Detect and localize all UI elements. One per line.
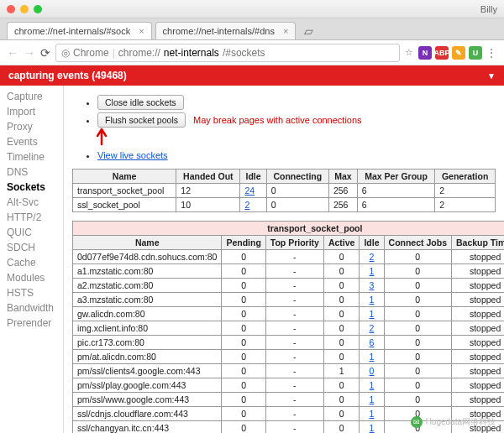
cell: 0	[323, 407, 360, 421]
cell: 0	[384, 364, 451, 378]
cell: stopped	[451, 264, 504, 279]
idle-link[interactable]: 0	[370, 366, 375, 376]
cell: 10	[176, 198, 240, 212]
cell: 0	[323, 279, 360, 293]
idle-link[interactable]: 1	[370, 266, 375, 276]
close-tab-icon[interactable]: ×	[139, 26, 144, 36]
host-name: pm/ssl/www.google.com:443	[73, 393, 222, 407]
idle-link[interactable]: 1	[370, 309, 375, 319]
cell: 3	[360, 279, 384, 293]
action-item: View live sockets	[97, 150, 496, 160]
omnibox-separator: |	[113, 47, 115, 59]
tab-net-internals-sockets[interactable]: chrome://net-internals/#sock ×	[7, 22, 152, 39]
tab-net-internals-dns[interactable]: chrome://net-internals/#dns ×	[155, 22, 297, 39]
extension-icon[interactable]: N	[418, 46, 432, 60]
extension-icon[interactable]: ABP	[435, 46, 449, 60]
cell: -	[265, 321, 323, 336]
bookmark-star-icon[interactable]: ☆	[405, 47, 413, 58]
profile-name[interactable]: Billy	[480, 4, 497, 14]
column-header: Max	[328, 170, 357, 184]
idle-link[interactable]: 1	[370, 409, 375, 419]
column-header: Connect Jobs	[384, 236, 451, 250]
extension-icon[interactable]: U	[469, 46, 482, 60]
cell: 0	[384, 279, 451, 293]
sidebar-item-bandwidth[interactable]: Bandwidth	[0, 300, 63, 316]
table-row: pm/ssl/play.google.com:4430-010stoppedfa…	[73, 378, 505, 393]
sidebar-item-prerender[interactable]: Prerender	[0, 316, 63, 331]
idle-link[interactable]: 2	[370, 323, 375, 333]
minimize-window-icon[interactable]	[20, 5, 29, 13]
idle-link[interactable]: 1	[370, 352, 375, 362]
idle-link[interactable]: 1	[370, 295, 375, 305]
sidebar-item-proxy[interactable]: Proxy	[0, 119, 63, 134]
watermark-text: Hugedata网络科技	[426, 416, 496, 428]
back-button[interactable]: ←	[7, 46, 18, 60]
flush-socket-pools-button[interactable]: Flush socket pools	[97, 112, 186, 128]
watermark: ✉ Hugedata网络科技	[411, 416, 496, 428]
cell: 0	[222, 250, 265, 264]
cell: 24	[240, 184, 266, 198]
sidebar-item-sdch[interactable]: SDCH	[0, 240, 63, 255]
sidebar-item-modules[interactable]: Modules	[0, 270, 63, 285]
chevron-down-icon[interactable]: ▼	[487, 71, 496, 81]
cell: 1	[360, 307, 384, 321]
column-header: Idle	[360, 236, 384, 250]
socket-pool-summary-table: NameHanded OutIdleConnectingMaxMax Per G…	[72, 169, 496, 212]
chrome-menu-icon[interactable]: ⋮	[486, 46, 497, 60]
extension-icon[interactable]: ✎	[452, 46, 465, 60]
new-tab-button[interactable]: ▱	[299, 23, 318, 39]
idle-link[interactable]: 6	[370, 337, 375, 347]
cell: 0	[222, 321, 265, 336]
table-row: ssl_socket_pool102025662	[73, 198, 496, 212]
reload-button[interactable]: ⟳	[40, 46, 50, 60]
socket-actions: Close idle sockets Flush socket pools Ma…	[97, 95, 496, 160]
close-idle-sockets-button[interactable]: Close idle sockets	[97, 95, 184, 110]
sidebar-item-hsts[interactable]: HSTS	[0, 285, 63, 300]
cell: 0	[222, 307, 265, 321]
cell: 0	[222, 279, 265, 293]
sidebar-item-timeline[interactable]: Timeline	[0, 149, 63, 164]
tab-label: chrome://net-internals/#dns	[163, 26, 275, 36]
sidebar-item-cache[interactable]: Cache	[0, 255, 63, 270]
host-name: ssl/cdnjs.cloudflare.com:443	[73, 407, 222, 421]
cell: 2	[435, 184, 496, 198]
cell: 2	[360, 321, 384, 336]
url-gray: chrome://	[118, 47, 160, 59]
cell: 0	[222, 378, 265, 393]
host-name: a2.mzstatic.com:80	[73, 279, 222, 293]
idle-link[interactable]: 2	[370, 252, 375, 262]
sidebar-item-quic[interactable]: QUIC	[0, 225, 63, 240]
idle-link[interactable]: 1	[370, 423, 375, 433]
idle-link[interactable]: 2	[244, 200, 249, 210]
idle-link[interactable]: 3	[370, 280, 375, 290]
sidebar-item-import[interactable]: Import	[0, 104, 63, 119]
idle-link[interactable]: 1	[370, 380, 375, 390]
close-window-icon[interactable]	[7, 5, 15, 13]
flush-warning-text: May break pages with active connections	[193, 115, 362, 125]
idle-link[interactable]: 24	[244, 185, 255, 196]
site-chip-label: Chrome	[73, 47, 109, 59]
close-tab-icon[interactable]: ×	[283, 26, 288, 36]
host-name: 0d077ef9e74d8.cdn.sohucs.com:80	[73, 250, 222, 264]
view-live-sockets-link[interactable]: View live sockets	[97, 150, 168, 160]
zoom-window-icon[interactable]	[34, 5, 42, 13]
sidebar-item-events[interactable]: Events	[0, 134, 63, 149]
sidebar-item-alt-svc[interactable]: Alt-Svc	[0, 195, 63, 210]
table-row: pic.cr173.com:800-060stoppedfalse	[73, 336, 505, 350]
cell: 2	[435, 198, 496, 212]
sidebar-item-capture[interactable]: Capture	[0, 89, 63, 104]
cell: -	[265, 250, 323, 264]
cell: 0	[384, 293, 451, 307]
cell: 0	[222, 421, 265, 434]
forward-button[interactable]: →	[24, 46, 35, 60]
address-bar[interactable]: ◎ Chrome | chrome://net-internals/#socke…	[55, 44, 400, 62]
sidebar-item-sockets[interactable]: Sockets	[0, 180, 63, 195]
cell: stopped	[451, 293, 504, 307]
capture-banner[interactable]: capturing events (49468) ▼	[0, 65, 504, 86]
cell: 6	[357, 198, 434, 212]
sidebar-item-http-2[interactable]: HTTP/2	[0, 210, 63, 225]
sidebar-item-dns[interactable]: DNS	[0, 164, 63, 180]
idle-link[interactable]: 1	[370, 394, 375, 404]
cell: stopped	[451, 307, 504, 321]
cell: -	[265, 264, 323, 279]
